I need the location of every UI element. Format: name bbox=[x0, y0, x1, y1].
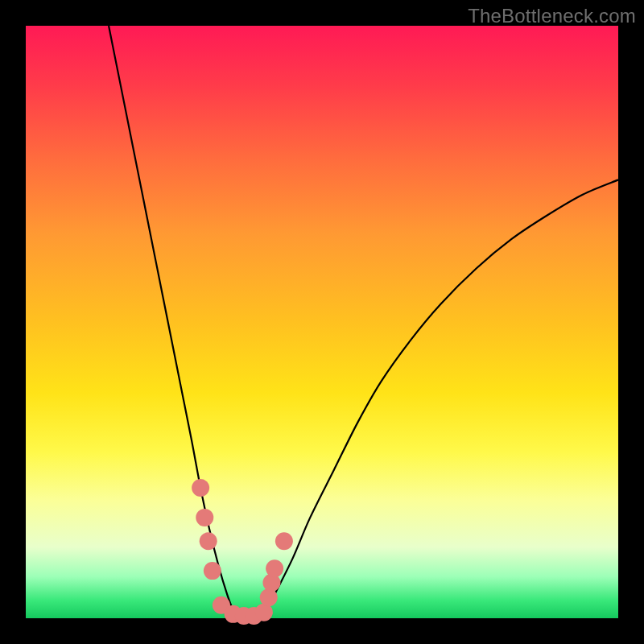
marker-dot bbox=[275, 532, 293, 550]
curve-layer bbox=[109, 26, 618, 618]
marker-dot bbox=[200, 532, 217, 550]
plot-area bbox=[26, 26, 618, 618]
curve-right-curve bbox=[262, 180, 618, 618]
marker-dot bbox=[192, 479, 209, 497]
marker-dot bbox=[260, 588, 278, 606]
chart-frame: TheBottleneck.com bbox=[0, 0, 644, 644]
marker-dot bbox=[204, 562, 221, 580]
marker-dot bbox=[266, 559, 283, 577]
curves-svg bbox=[26, 26, 618, 618]
watermark-text: TheBottleneck.com bbox=[468, 5, 636, 27]
curve-left-curve bbox=[109, 26, 236, 618]
marker-layer bbox=[192, 479, 293, 625]
marker-dot bbox=[196, 509, 213, 526]
